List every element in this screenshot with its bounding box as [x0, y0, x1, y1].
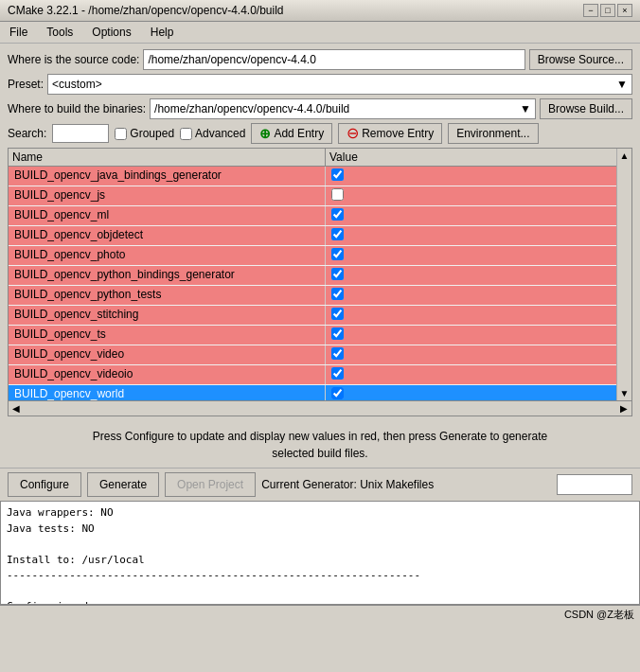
cell-checkbox[interactable] [331, 268, 344, 280]
preset-combo[interactable]: <custom> ▼ [47, 74, 632, 95]
add-icon: ⊕ [259, 127, 271, 140]
status-bar: CSDN @Z老板 [0, 605, 640, 624]
log-line: Java wrappers: NO [7, 505, 633, 522]
table-scroll[interactable]: Name Value BUILD_opencv_java_bindings_ge… [9, 149, 616, 400]
menu-tools[interactable]: Tools [41, 24, 79, 41]
cell-name: BUILD_opencv_videoio [9, 365, 326, 384]
status-bar-right: CSDN @Z老板 [564, 608, 634, 622]
cell-checkbox[interactable] [331, 308, 344, 320]
cell-checkbox[interactable] [331, 327, 344, 340]
menu-bar: File Tools Options Help [0, 22, 640, 44]
table-row[interactable]: BUILD_opencv_stitching [9, 306, 616, 326]
browse-build-button[interactable]: Browse Build... [540, 98, 632, 119]
cell-name: BUILD_opencv_ml [9, 206, 326, 225]
hscroll-left-icon[interactable]: ◀ [9, 401, 24, 416]
cell-value [326, 326, 616, 345]
build-label: Where to build the binaries: [8, 102, 146, 115]
menu-options[interactable]: Options [86, 24, 136, 41]
horizontal-scrollbar[interactable]: ◀ ▶ [8, 401, 632, 416]
table-row[interactable]: BUILD_opencv_js [9, 186, 616, 206]
vertical-scrollbar[interactable]: ▲ ▼ [616, 149, 631, 400]
cell-name: BUILD_opencv_stitching [9, 306, 326, 325]
preset-label: Preset: [8, 78, 44, 91]
table-row[interactable]: BUILD_opencv_ts [9, 326, 616, 345]
log-area[interactable]: Java wrappers: NO Java tests: NO Install… [0, 501, 640, 605]
hscroll-right-icon[interactable]: ▶ [616, 401, 631, 416]
cell-checkbox[interactable] [331, 248, 344, 260]
advanced-checkbox[interactable] [180, 128, 192, 140]
cell-value [326, 206, 616, 225]
column-header-value: Value [326, 149, 616, 166]
table-row[interactable]: BUILD_opencv_python_tests [9, 286, 616, 306]
source-input[interactable] [143, 49, 524, 70]
browse-source-button[interactable]: Browse Source... [529, 49, 632, 70]
grouped-checkbox[interactable] [115, 128, 127, 140]
remove-entry-button[interactable]: ⊖ Remove Entry [338, 123, 442, 144]
table-row[interactable]: BUILD_opencv_world [9, 385, 616, 400]
grouped-label: Grouped [130, 127, 174, 140]
title-bar: CMake 3.22.1 - /home/zhan/opencv/opencv-… [0, 0, 640, 22]
advanced-checkbox-label[interactable]: Advanced [180, 127, 245, 140]
table-row[interactable]: BUILD_opencv_videoio [9, 365, 616, 385]
build-row: Where to build the binaries: /home/zhan/… [8, 98, 632, 119]
configure-button[interactable]: Configure [8, 472, 81, 497]
environment-button[interactable]: Environment... [448, 123, 538, 144]
cell-checkbox[interactable] [331, 347, 344, 360]
table-body: BUILD_opencv_java_bindings_generatorBUIL… [9, 167, 616, 400]
preset-value: <custom> [52, 78, 102, 91]
maximize-button[interactable]: □ [600, 4, 615, 17]
cell-value [326, 167, 616, 186]
cell-checkbox[interactable] [331, 228, 344, 240]
table-row[interactable]: BUILD_opencv_java_bindings_generator [9, 167, 616, 186]
table-header: Name Value [9, 149, 616, 167]
cell-name: BUILD_opencv_python_bindings_generator [9, 266, 326, 285]
search-input[interactable] [52, 124, 109, 143]
cell-checkbox[interactable] [331, 188, 344, 201]
cell-value [326, 246, 616, 265]
add-entry-label: Add Entry [274, 127, 324, 140]
search-row: Search: Grouped Advanced ⊕ Add Entry ⊖ R… [8, 123, 632, 144]
preset-row: Preset: <custom> ▼ [8, 74, 632, 95]
add-entry-button[interactable]: ⊕ Add Entry [251, 123, 332, 144]
status-line2: selected build files. [272, 447, 367, 460]
table-row[interactable]: BUILD_opencv_python_bindings_generator [9, 266, 616, 286]
build-value: /home/zhan/opencv/opencv-4.4.0/build [154, 102, 349, 115]
cell-value [326, 186, 616, 205]
cell-value [326, 345, 616, 364]
menu-help[interactable]: Help [145, 24, 180, 41]
cell-value [326, 385, 616, 400]
log-line: ----------------------------------------… [7, 568, 633, 584]
cell-checkbox[interactable] [331, 288, 344, 300]
cell-value [326, 266, 616, 285]
remove-entry-label: Remove Entry [362, 127, 434, 140]
cell-checkbox[interactable] [331, 168, 344, 181]
generator-label: Current Generator: Unix Makefiles [261, 478, 434, 491]
log-line [7, 584, 633, 600]
table-row[interactable]: BUILD_opencv_objdetect [9, 226, 616, 246]
table-row[interactable]: BUILD_opencv_ml [9, 206, 616, 226]
cell-checkbox[interactable] [331, 208, 344, 221]
build-combo[interactable]: /home/zhan/opencv/opencv-4.4.0/build ▼ [150, 98, 536, 119]
bottom-buttons-bar: Configure Generate Open Project Current … [0, 468, 640, 501]
close-button[interactable]: × [617, 4, 632, 17]
grouped-checkbox-label[interactable]: Grouped [115, 127, 174, 140]
preset-arrow-icon: ▼ [616, 78, 628, 91]
menu-file[interactable]: File [4, 24, 33, 41]
cell-name: BUILD_opencv_photo [9, 246, 326, 265]
log-line [7, 537, 633, 553]
minimize-button[interactable]: − [583, 4, 598, 17]
open-project-button[interactable]: Open Project [165, 472, 256, 497]
column-header-name: Name [9, 149, 326, 166]
build-arrow-icon: ▼ [520, 102, 531, 115]
table-row[interactable]: BUILD_opencv_video [9, 345, 616, 365]
cell-name: BUILD_opencv_ts [9, 326, 326, 345]
window-controls: − □ × [583, 4, 632, 17]
cell-name: BUILD_opencv_python_tests [9, 286, 326, 305]
cell-checkbox[interactable] [331, 387, 344, 399]
cell-checkbox[interactable] [331, 367, 344, 380]
table-row[interactable]: BUILD_opencv_photo [9, 246, 616, 266]
source-row: Where is the source code: Browse Source.… [8, 49, 632, 70]
table-container: Name Value BUILD_opencv_java_bindings_ge… [8, 148, 632, 401]
bottom-search-input[interactable] [557, 474, 632, 495]
generate-button[interactable]: Generate [87, 472, 159, 497]
